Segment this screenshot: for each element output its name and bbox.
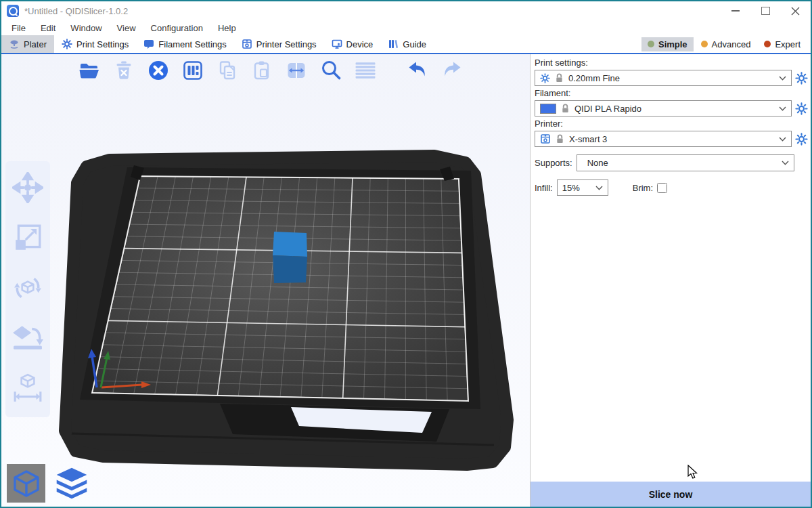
copy-button[interactable] (215, 58, 240, 83)
3d-viewport-canvas[interactable] (1, 54, 530, 507)
rotate-icon (12, 272, 43, 303)
infill-label: Infill: (535, 183, 553, 193)
undo-button[interactable] (405, 58, 430, 83)
place-on-face-tool[interactable] (12, 322, 43, 356)
chevron-down-icon (779, 137, 786, 142)
redo-button[interactable] (440, 58, 464, 83)
tab-label: Guide (403, 39, 426, 49)
minimize-button[interactable] (731, 6, 740, 16)
search-button[interactable] (319, 58, 343, 83)
filament-value: QIDI PLA Rapido (574, 104, 641, 114)
tab-filament-settings[interactable]: Filament Settings (136, 35, 233, 53)
chevron-down-icon (779, 76, 786, 81)
menu-file[interactable]: File (4, 23, 33, 33)
plater-icon (9, 39, 20, 49)
gear-icon (540, 73, 550, 83)
maximize-button[interactable] (761, 6, 770, 16)
filament-gear-button[interactable] (795, 102, 808, 115)
tab-label: Print Settings (76, 39, 129, 49)
titlebar: *Untitled - QIDISlicer-1.0.2 (1, 1, 811, 20)
chevron-down-icon (782, 161, 789, 165)
preview-layers-button[interactable] (52, 464, 91, 503)
printer-gear-button[interactable] (795, 133, 808, 146)
tabbar: Plater Print Settings Filament Settings … (1, 35, 811, 54)
split-objects-icon (285, 59, 308, 82)
advanced-mode-dot-icon (701, 41, 708, 47)
lock-icon (556, 134, 564, 144)
infill-value: 15% (562, 183, 580, 193)
delete-icon (112, 59, 135, 82)
guide-icon (388, 39, 399, 49)
chevron-down-icon (595, 186, 603, 190)
supports-label: Supports: (535, 158, 572, 168)
3d-editor-view-button[interactable] (7, 464, 45, 503)
mode-switcher: Simple Advanced Expert (641, 35, 811, 53)
slice-now-label: Slice now (649, 489, 693, 500)
menu-help[interactable]: Help (210, 23, 244, 33)
menu-configuration[interactable]: Configuration (143, 23, 210, 33)
mode-label: Expert (775, 39, 800, 49)
mouse-cursor (687, 465, 700, 480)
arrange-button[interactable] (181, 58, 205, 83)
mode-simple[interactable]: Simple (641, 37, 694, 51)
measure-tool[interactable] (12, 373, 43, 406)
tab-device[interactable]: Device (324, 35, 381, 53)
delete-all-button[interactable] (146, 58, 171, 83)
paste-icon (250, 59, 273, 82)
close-button[interactable] (790, 6, 800, 16)
supports-value: None (582, 158, 608, 168)
print-settings-gear-button[interactable] (795, 72, 808, 85)
menu-view[interactable]: View (110, 23, 143, 33)
move-tool[interactable] (12, 172, 43, 206)
device-icon (332, 39, 342, 49)
delete-button[interactable] (112, 58, 136, 83)
model-cube[interactable] (273, 232, 307, 283)
mode-label: Simple (658, 39, 687, 49)
delete-all-icon (146, 58, 171, 83)
print-settings-combo[interactable]: 0.20mm Fine (535, 70, 792, 86)
simple-mode-dot-icon (648, 41, 654, 47)
mode-advanced[interactable]: Advanced (695, 37, 757, 51)
printer-combo[interactable]: X-smart 3 (535, 131, 792, 147)
split-objects-button[interactable] (284, 58, 309, 83)
variable-layer-height-icon (353, 59, 378, 82)
filament-icon (143, 39, 154, 49)
tab-label: Printer Settings (256, 39, 317, 49)
lock-icon (561, 104, 570, 113)
infill-combo[interactable]: 15% (557, 179, 608, 196)
filament-combo[interactable]: QIDI PLA Rapido (535, 100, 792, 117)
supports-combo[interactable]: None (577, 154, 794, 171)
menu-edit[interactable]: Edit (33, 23, 63, 33)
top-toolbar (77, 58, 464, 83)
printer-icon (242, 39, 252, 49)
brim-label: Brim: (633, 183, 653, 193)
mode-label: Advanced (712, 39, 751, 49)
brim-checkbox[interactable] (657, 183, 667, 193)
tab-guide[interactable]: Guide (380, 35, 434, 53)
tab-plater[interactable]: Plater (1, 35, 54, 53)
variable-layer-height-button[interactable] (353, 58, 378, 83)
mode-expert[interactable]: Expert (758, 37, 807, 51)
measure-icon (12, 373, 43, 404)
print-bed-plate[interactable] (92, 176, 468, 401)
gizmo-toolbar (5, 161, 50, 417)
printer-icon (540, 133, 551, 144)
menubar: File Edit Window View Configuration Help (1, 20, 811, 35)
scale-tool[interactable] (12, 222, 43, 256)
open-button[interactable] (77, 58, 102, 83)
3d-editor-view-icon (12, 469, 41, 499)
tab-label: Device (346, 39, 374, 49)
3d-viewport[interactable] (1, 54, 530, 507)
tab-printer-settings[interactable]: Printer Settings (234, 35, 324, 53)
paste-button[interactable] (250, 58, 274, 83)
sidebar: Print settings: 0.20mm Fine Filament: (530, 54, 811, 507)
tab-print-settings[interactable]: Print Settings (54, 35, 136, 53)
rotate-tool[interactable] (12, 272, 43, 306)
filament-label: Filament: (535, 88, 808, 98)
slice-now-button[interactable]: Slice now (531, 482, 811, 507)
search-icon (319, 58, 343, 83)
chevron-down-icon (779, 106, 786, 111)
menu-window[interactable]: Window (63, 23, 109, 33)
lock-icon (555, 73, 564, 83)
copy-icon (216, 59, 239, 82)
